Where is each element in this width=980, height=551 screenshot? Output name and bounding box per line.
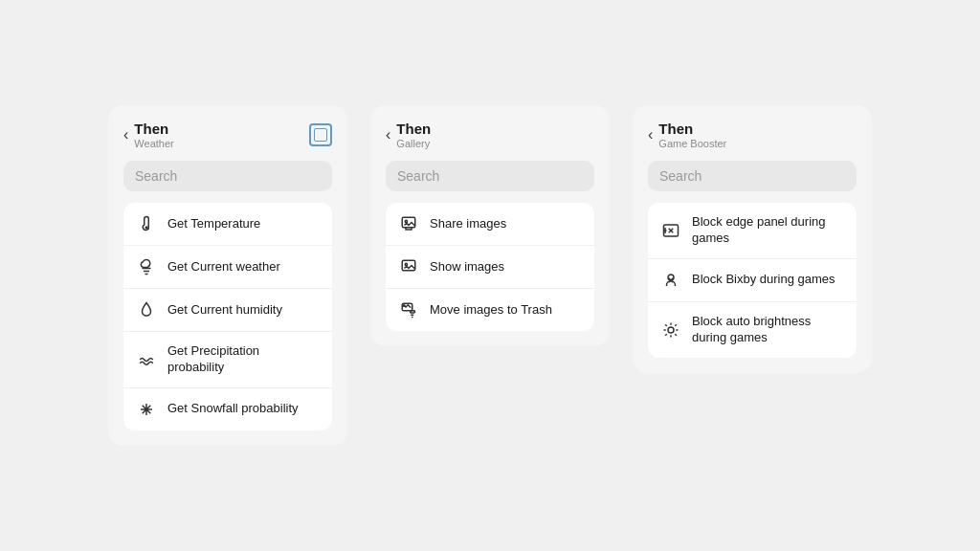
svg-point-0 (145, 226, 148, 229)
svg-line-24 (675, 334, 677, 336)
back-arrow-gallery[interactable]: ‹ (386, 126, 390, 143)
snowfall-icon (137, 400, 156, 419)
panel-weather-search[interactable]: Search (123, 161, 332, 191)
panel-gamebooster-title: Then (658, 121, 726, 138)
list-item[interactable]: Move images to Trash (386, 289, 594, 331)
svg-point-9 (405, 263, 407, 265)
panel-gallery-search[interactable]: Search (386, 161, 594, 191)
panel-gamebooster-list: Block edge panel during games Block Bixb… (648, 203, 857, 358)
panel-weather: ‹ Then Weather Search Get Temperature (108, 105, 347, 446)
svg-point-11 (403, 305, 405, 307)
panel-weather-list: Get Temperature Get Current weather G (123, 203, 332, 430)
share-images-icon (399, 214, 418, 233)
item-label: Share images (430, 216, 506, 232)
list-item[interactable]: Block auto brightness during games (648, 302, 857, 358)
list-item[interactable]: Block edge panel during games (648, 203, 857, 259)
list-item[interactable]: Get Temperature (123, 203, 332, 246)
trash-images-icon (399, 300, 418, 320)
panel-gallery: ‹ Then Gallery Search Share images (370, 105, 610, 346)
item-label: Get Precipitation probability (167, 343, 319, 376)
item-label: Get Current humidity (167, 302, 282, 319)
svg-point-20 (668, 327, 674, 333)
panel-gallery-title: Then (396, 121, 431, 138)
humidity-icon (137, 300, 156, 320)
item-label: Move images to Trash (430, 302, 552, 319)
panel-weather-subtitle: Weather (134, 138, 173, 149)
svg-line-28 (675, 324, 677, 326)
panel-gallery-list: Share images Show images (386, 203, 594, 331)
panel-gamebooster-header-left: ‹ Then Game Booster (648, 121, 726, 149)
item-label: Block auto brightness during games (692, 314, 843, 346)
precipitation-icon (137, 350, 156, 369)
list-item[interactable]: Show images (386, 246, 594, 289)
svg-point-7 (405, 220, 407, 222)
panels-container: ‹ Then Weather Search Get Temperature (0, 86, 980, 465)
scan-icon[interactable] (309, 123, 332, 146)
bixby-icon (661, 271, 680, 290)
svg-line-27 (665, 334, 667, 336)
weather-icon (137, 257, 156, 276)
back-arrow-weather[interactable]: ‹ (123, 126, 128, 143)
item-label: Block edge panel during games (692, 214, 843, 247)
item-label: Block Bixby during games (692, 272, 835, 288)
item-label: Get Temperature (167, 216, 260, 232)
panel-gamebooster-title-group: Then Game Booster (658, 121, 726, 149)
panel-weather-title-group: Then Weather (134, 121, 173, 149)
item-label: Get Snowfall probability (167, 401, 299, 417)
list-item[interactable]: Get Current humidity (123, 289, 332, 332)
panel-gamebooster-subtitle: Game Booster (658, 138, 726, 149)
thermometer-icon (137, 214, 156, 233)
item-label: Show images (430, 259, 504, 276)
svg-line-23 (665, 324, 667, 326)
panel-gallery-title-group: Then Gallery (396, 121, 431, 149)
panel-gamebooster: ‹ Then Game Booster Search (633, 105, 872, 373)
panel-gallery-header-left: ‹ Then Gallery (386, 121, 431, 149)
edge-panel-icon (661, 221, 680, 240)
list-item[interactable]: Get Snowfall probability (123, 388, 332, 430)
list-item[interactable]: Get Precipitation probability (123, 332, 332, 388)
panel-gamebooster-search[interactable]: Search (648, 161, 857, 191)
list-item[interactable]: Get Current weather (123, 246, 332, 289)
panel-gallery-header: ‹ Then Gallery (386, 121, 594, 149)
item-label: Get Current weather (167, 259, 280, 276)
list-item[interactable]: Block Bixby during games (648, 259, 857, 302)
panel-gallery-subtitle: Gallery (396, 138, 431, 149)
panel-gamebooster-header: ‹ Then Game Booster (648, 121, 857, 149)
back-arrow-gamebooster[interactable]: ‹ (648, 126, 653, 143)
show-images-icon (399, 257, 418, 276)
brightness-icon (661, 320, 680, 340)
list-item[interactable]: Share images (386, 203, 594, 246)
panel-weather-header: ‹ Then Weather (123, 121, 332, 149)
panel-weather-title: Then (134, 121, 173, 138)
panel-weather-header-left: ‹ Then Weather (123, 121, 174, 149)
